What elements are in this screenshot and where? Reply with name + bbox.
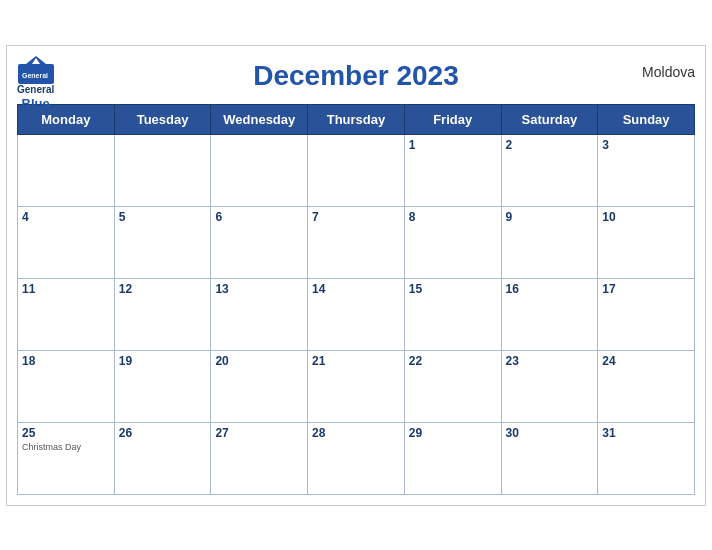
day-number: 20	[215, 354, 303, 368]
calendar-cell: 23	[501, 350, 598, 422]
day-number: 27	[215, 426, 303, 440]
day-number: 15	[409, 282, 497, 296]
calendar-cell: 4	[18, 206, 115, 278]
day-number: 9	[506, 210, 594, 224]
weekday-friday: Friday	[404, 104, 501, 134]
calendar-cell: 17	[598, 278, 695, 350]
calendar-cell: 29	[404, 422, 501, 494]
day-number: 1	[409, 138, 497, 152]
calendar-cell: 15	[404, 278, 501, 350]
calendar-header: General Blue General Blue December 2023 …	[17, 56, 695, 96]
calendar-cell: 3	[598, 134, 695, 206]
day-number: 25	[22, 426, 110, 440]
calendar-cell: 8	[404, 206, 501, 278]
logo-general-text: General	[17, 84, 54, 96]
day-number: 8	[409, 210, 497, 224]
calendar-cell	[308, 134, 405, 206]
calendar-week-4: 18192021222324	[18, 350, 695, 422]
day-number: 13	[215, 282, 303, 296]
calendar-cell: 26	[114, 422, 211, 494]
weekday-header-row: Monday Tuesday Wednesday Thursday Friday…	[18, 104, 695, 134]
day-number: 12	[119, 282, 207, 296]
weekday-saturday: Saturday	[501, 104, 598, 134]
calendar-cell: 19	[114, 350, 211, 422]
logo: General Blue General Blue	[17, 56, 54, 112]
day-number: 22	[409, 354, 497, 368]
calendar-cell: 30	[501, 422, 598, 494]
day-number: 10	[602, 210, 690, 224]
day-number: 24	[602, 354, 690, 368]
day-number: 17	[602, 282, 690, 296]
day-number: 7	[312, 210, 400, 224]
logo-icon: General Blue	[18, 56, 54, 84]
day-number: 4	[22, 210, 110, 224]
day-number: 23	[506, 354, 594, 368]
weekday-tuesday: Tuesday	[114, 104, 211, 134]
country-label: Moldova	[642, 64, 695, 80]
day-number: 18	[22, 354, 110, 368]
day-number: 21	[312, 354, 400, 368]
calendar-cell	[114, 134, 211, 206]
day-number: 26	[119, 426, 207, 440]
calendar-cell: 27	[211, 422, 308, 494]
weekday-sunday: Sunday	[598, 104, 695, 134]
calendar-cell: 16	[501, 278, 598, 350]
calendar-cell	[18, 134, 115, 206]
day-number: 6	[215, 210, 303, 224]
day-number: 2	[506, 138, 594, 152]
event-label: Christmas Day	[22, 442, 110, 452]
calendar-cell: 28	[308, 422, 405, 494]
calendar-cell: 21	[308, 350, 405, 422]
calendar-cell: 2	[501, 134, 598, 206]
calendar-week-2: 45678910	[18, 206, 695, 278]
calendar-cell: 7	[308, 206, 405, 278]
calendar-cell: 24	[598, 350, 695, 422]
day-number: 30	[506, 426, 594, 440]
weekday-thursday: Thursday	[308, 104, 405, 134]
calendar-table: Monday Tuesday Wednesday Thursday Friday…	[17, 104, 695, 495]
calendar-cell: 13	[211, 278, 308, 350]
weekday-wednesday: Wednesday	[211, 104, 308, 134]
calendar-cell: 14	[308, 278, 405, 350]
day-number: 19	[119, 354, 207, 368]
calendar-container: General Blue General Blue December 2023 …	[6, 45, 706, 506]
day-number: 3	[602, 138, 690, 152]
svg-text:General: General	[22, 72, 48, 79]
calendar-cell: 6	[211, 206, 308, 278]
calendar-week-1: 123	[18, 134, 695, 206]
calendar-cell	[211, 134, 308, 206]
calendar-cell: 5	[114, 206, 211, 278]
calendar-cell: 18	[18, 350, 115, 422]
calendar-body: 1234567891011121314151617181920212223242…	[18, 134, 695, 494]
calendar-cell: 10	[598, 206, 695, 278]
calendar-week-3: 11121314151617	[18, 278, 695, 350]
calendar-title: December 2023	[253, 60, 458, 92]
calendar-cell: 31	[598, 422, 695, 494]
calendar-week-5: 25Christmas Day262728293031	[18, 422, 695, 494]
calendar-cell: 11	[18, 278, 115, 350]
day-number: 28	[312, 426, 400, 440]
calendar-cell: 12	[114, 278, 211, 350]
day-number: 11	[22, 282, 110, 296]
calendar-cell: 9	[501, 206, 598, 278]
day-number: 31	[602, 426, 690, 440]
calendar-cell: 22	[404, 350, 501, 422]
calendar-cell: 25Christmas Day	[18, 422, 115, 494]
calendar-cell: 20	[211, 350, 308, 422]
calendar-cell: 1	[404, 134, 501, 206]
day-number: 16	[506, 282, 594, 296]
day-number: 14	[312, 282, 400, 296]
day-number: 5	[119, 210, 207, 224]
day-number: 29	[409, 426, 497, 440]
logo-blue-text: Blue	[22, 96, 50, 112]
